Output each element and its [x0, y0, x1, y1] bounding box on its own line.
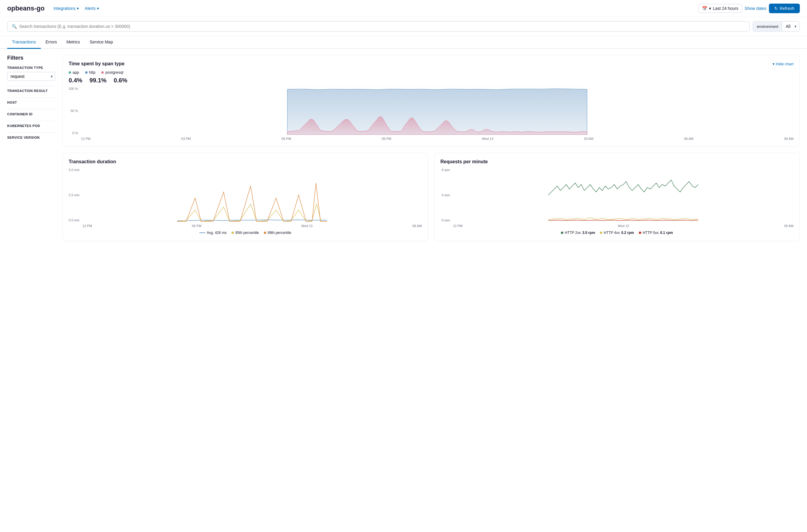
- stat-postgresql: 0.6%: [114, 77, 127, 84]
- filter-service-version: SERVICE VERSION: [7, 136, 55, 139]
- filter-container-id: CONTAINER ID: [7, 112, 55, 116]
- legend-dot-http5xx: [639, 231, 641, 234]
- legend-dot-p95: [232, 231, 234, 234]
- transaction-type-select-wrapper: request ▾: [7, 72, 55, 81]
- charts-bottom-row: Transaction duration 5.0 min 2.5 min 0.0…: [62, 153, 800, 241]
- legend-dot-http2xx: [561, 231, 563, 234]
- filter-transaction-result-label: TRANSACTION RESULT: [7, 89, 55, 93]
- filters-title: Filters: [7, 55, 55, 61]
- divider: [7, 109, 55, 109]
- env-select[interactable]: All: [782, 22, 800, 31]
- x-labels: 12 PM Wed 13 06 AM: [453, 223, 793, 228]
- legend-avg: Avg. 426 ms: [199, 231, 227, 235]
- chart-title: Time spent by span type: [69, 61, 124, 66]
- chevron-down-icon: ▾: [97, 6, 99, 11]
- legend-item-postgresql: postgresql: [101, 70, 123, 75]
- tab-transactions[interactable]: Transactions: [7, 36, 41, 49]
- tabs: Transactions Errors Metrics Service Map: [0, 36, 807, 49]
- search-input[interactable]: [19, 24, 745, 29]
- legend-item-http: http: [85, 70, 96, 75]
- chart-header: Transaction duration: [69, 159, 422, 165]
- show-dates-button[interactable]: Show dates: [745, 6, 767, 11]
- chevron-up-icon: ▾: [772, 62, 775, 66]
- stat-http: 99.1%: [90, 77, 107, 84]
- x-labels: 12 PM 03 PM 06 PM 09 PM Wed 13 03 AM 06 …: [81, 136, 793, 140]
- header-nav: Integrations ▾ Alerts ▾: [54, 6, 99, 11]
- env-selector: environment All ▾: [753, 21, 800, 32]
- legend-p99: 99th percentile: [264, 231, 291, 235]
- filter-transaction-type-label: TRANSACTION TYPE: [7, 66, 55, 70]
- chevron-down-icon: ▾: [77, 6, 79, 11]
- search-input-wrapper: 🔍: [7, 21, 750, 32]
- filters-sidebar: Filters TRANSACTION TYPE request ▾ TRANS…: [7, 55, 55, 241]
- search-icon: 🔍: [12, 24, 17, 29]
- filter-transaction-type: TRANSACTION TYPE request ▾: [7, 66, 55, 81]
- legend-http2xx: HTTP 2xx 3.5 rpm: [561, 231, 595, 235]
- legend-http4xx: HTTP 4xx 0.2 rpm: [600, 231, 634, 235]
- env-select-wrapper: All ▾: [782, 22, 800, 31]
- divider: [7, 97, 55, 98]
- calendar-icon: 📅: [702, 6, 707, 11]
- chart-canvas: 12 PM 03 PM 06 PM 09 PM Wed 13 03 AM 06 …: [81, 87, 793, 140]
- time-range-picker[interactable]: 📅 ▾ Last 24 hours: [698, 4, 742, 13]
- stat-app: 0.4%: [69, 77, 82, 84]
- time-spent-svg: [81, 87, 793, 135]
- y-axis: 8 rpm 4 rpm 0 rpm: [440, 168, 451, 222]
- legend-dot-p99: [264, 231, 266, 234]
- transaction-type-select[interactable]: request: [7, 72, 55, 81]
- legend-dot-http: [85, 71, 88, 74]
- refresh-icon: ↻: [774, 6, 778, 11]
- tab-service-map[interactable]: Service Map: [85, 36, 118, 49]
- chart-time-spent: Time spent by span type ▾ Hide chart app…: [62, 55, 800, 147]
- chart-legend: Avg. 426 ms 95th percentile 99th percent…: [69, 231, 422, 235]
- chart-legend: app http postgresql: [69, 70, 793, 75]
- chart-requests-per-minute: Requests per minute 8 rpm 4 rpm 0 rpm: [434, 153, 800, 241]
- tab-metrics[interactable]: Metrics: [62, 36, 85, 49]
- legend-line-avg: [199, 232, 205, 233]
- chart-header: Time spent by span type ▾ Hide chart: [69, 61, 793, 66]
- chevron-down-icon: ▾: [709, 6, 711, 11]
- filter-container-id-label: CONTAINER ID: [7, 112, 55, 116]
- divider: [7, 121, 55, 121]
- filter-host-label: HOST: [7, 101, 55, 104]
- x-labels: 12 PM 06 PM Wed 13 06 AM: [82, 223, 422, 228]
- hide-chart-button[interactable]: ▾ Hide chart: [772, 62, 793, 66]
- alerts-nav[interactable]: Alerts ▾: [85, 6, 99, 11]
- header: opbeans-go Integrations ▾ Alerts ▾ 📅 ▾ L…: [0, 0, 807, 17]
- refresh-button[interactable]: ↻ Refresh: [769, 4, 800, 13]
- chart-header: Requests per minute: [440, 159, 793, 165]
- time-selector: 📅 ▾ Last 24 hours Show dates ↻ Refresh: [698, 4, 800, 13]
- divider: [7, 132, 55, 133]
- filter-host: HOST: [7, 101, 55, 104]
- legend-p95: 95th percentile: [232, 231, 259, 235]
- env-label: environment: [753, 22, 782, 31]
- chart-transaction-duration: Transaction duration 5.0 min 2.5 min 0.0…: [62, 153, 428, 241]
- legend-dot-http4xx: [600, 231, 602, 234]
- time-range-label: Last 24 hours: [713, 6, 738, 11]
- tab-errors[interactable]: Errors: [41, 36, 62, 49]
- chart-canvas: 12 PM 06 PM Wed 13 06 AM: [82, 168, 422, 228]
- chart-body: 100 % 50 % 0 %: [69, 87, 793, 140]
- app-title: opbeans-go: [7, 4, 45, 12]
- chart-title: Requests per minute: [440, 159, 488, 165]
- chart-legend: HTTP 2xx 3.5 rpm HTTP 4xx 0.2 rpm HTTP 5…: [440, 231, 793, 235]
- y-axis: 5.0 min 2.5 min 0.0 min: [69, 168, 81, 222]
- legend-dot-app: [69, 71, 71, 74]
- chart-title: Transaction duration: [69, 159, 116, 165]
- filter-service-version-label: SERVICE VERSION: [7, 136, 55, 139]
- stats-row: 0.4% 99.1% 0.6%: [69, 77, 793, 84]
- filter-kubernetes-pod: KUBERNETES POD: [7, 124, 55, 128]
- charts-area: Time spent by span type ▾ Hide chart app…: [62, 55, 800, 241]
- chart-body: 8 rpm 4 rpm 0 rpm: [440, 168, 793, 228]
- legend-http5xx: HTTP 5xx 0.1 rpm: [639, 231, 673, 235]
- legend-dot-postgresql: [101, 71, 104, 74]
- filter-transaction-result: TRANSACTION RESULT: [7, 89, 55, 93]
- y-axis: 100 % 50 % 0 %: [69, 87, 79, 135]
- integrations-nav[interactable]: Integrations ▾: [54, 6, 79, 11]
- transaction-duration-svg: [82, 168, 422, 222]
- requests-per-minute-svg: [453, 168, 793, 222]
- legend-item-app: app: [69, 70, 79, 75]
- chart-body: 5.0 min 2.5 min 0.0 min: [69, 168, 422, 228]
- chart-canvas: 12 PM Wed 13 06 AM: [453, 168, 793, 228]
- main-content: Filters TRANSACTION TYPE request ▾ TRANS…: [0, 49, 807, 247]
